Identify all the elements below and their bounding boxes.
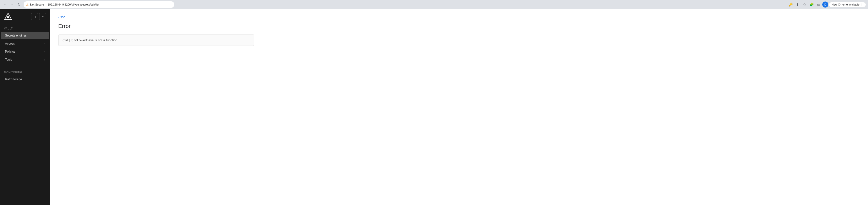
sidebar-item-access[interactable]: Access › [1,40,49,47]
breadcrumb-chevron-left-icon: ‹ [58,15,59,19]
profile-button[interactable]: D [822,1,828,7]
vault-logo [4,12,12,21]
reload-button[interactable]: ↻ [16,1,22,7]
security-icon: ⚠ [26,3,29,6]
address-bar[interactable]: ⚠ Not Secure | 192.168.64.9:8200/ui/vaul… [24,1,174,8]
address-url: 192.168.64.9:8200/ui/vault/secrets/ssh/l… [48,3,99,6]
error-message: (t.id || t).toLowerCase is not a functio… [63,38,117,42]
main-content: ‹ ssh Error (t.id || t).toLowerCase is n… [50,9,868,205]
new-chrome-button[interactable]: New Chrome available ⋮ [829,2,866,7]
security-label: Not Secure [30,3,44,6]
address-separator: | [45,3,46,6]
extensions-icon[interactable]: 🧩 [808,1,815,8]
sidebar-item-policies[interactable]: Policies › [1,48,49,55]
tools-chevron-icon: › [44,58,45,61]
sidebar: □ ⚬ Vault Secrets engines Access › Polic… [0,9,50,205]
browser-actions: 🔑 ⬆ ☆ 🧩 ▭ D New Chrome available ⋮ [787,1,866,8]
page-title: Error [58,23,860,29]
breadcrumb-back-link[interactable]: ‹ ssh [58,15,66,19]
sidebar-item-tools[interactable]: Tools › [1,56,49,63]
nav-buttons: ← → ↻ [2,1,22,7]
sidebar-item-secrets-engines[interactable]: Secrets engines [1,32,49,39]
terminal-button[interactable]: □ [31,13,38,20]
vault-section-label: Vault [0,24,50,31]
new-chrome-chevron-icon: ⋮ [861,3,863,6]
sidebar-tools: □ ⚬ [31,13,46,20]
breadcrumb: ‹ ssh [58,15,860,19]
share-icon[interactable]: ⬆ [794,1,801,8]
browser-chrome: ← → ↻ ⚠ Not Secure | 192.168.64.9:8200/u… [0,0,868,9]
app-layout: □ ⚬ Vault Secrets engines Access › Polic… [0,9,868,205]
error-box: (t.id || t).toLowerCase is not a functio… [58,34,254,46]
back-button[interactable]: ← [2,1,8,7]
user-button[interactable]: ⚬ [39,13,46,20]
monitoring-section-label: Monitoring [0,68,50,75]
sidebar-toggle-icon[interactable]: ▭ [815,1,822,8]
sidebar-item-raft-storage[interactable]: Raft Storage [1,76,49,83]
sidebar-logo-area: □ ⚬ [0,9,50,24]
bookmark-icon[interactable]: ☆ [801,1,808,8]
policies-chevron-icon: › [44,50,45,53]
access-chevron-icon: › [44,42,45,45]
password-manager-icon[interactable]: 🔑 [787,1,794,8]
forward-button[interactable]: → [9,1,15,7]
